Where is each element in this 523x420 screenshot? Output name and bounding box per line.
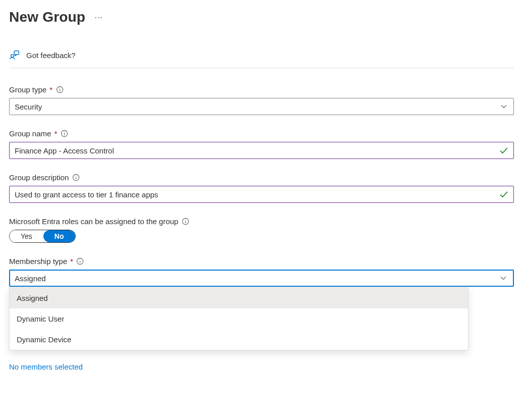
checkmark-icon	[499, 190, 508, 199]
no-members-link[interactable]: No members selected	[9, 362, 83, 371]
checkmark-icon	[499, 146, 508, 155]
svg-point-4	[60, 88, 60, 88]
svg-point-13	[185, 220, 186, 220]
feedback-bar[interactable]: Got feedback?	[9, 49, 514, 68]
page-title: New Group	[9, 9, 85, 25]
svg-rect-1	[14, 51, 19, 55]
roles-assignable-toggle[interactable]: Yes No	[9, 230, 76, 243]
group-type-label: Group type	[9, 85, 46, 94]
roles-assignable-label: Microsoft Entra roles can be assigned to…	[9, 217, 178, 226]
membership-type-label: Membership type	[9, 257, 67, 266]
required-indicator: *	[49, 85, 53, 94]
svg-point-7	[64, 132, 65, 132]
group-name-input[interactable]: Finance App - Access Control	[9, 142, 514, 159]
svg-point-16	[80, 259, 80, 260]
required-indicator: *	[54, 129, 57, 138]
required-indicator: *	[70, 257, 73, 266]
dropdown-option-assigned[interactable]: Assigned	[10, 288, 468, 308]
group-description-input[interactable]: Used to grant access to tier 1 finance a…	[9, 186, 514, 203]
membership-type-select[interactable]: Assigned	[9, 270, 514, 287]
dropdown-option-dynamic-device[interactable]: Dynamic Device	[10, 329, 468, 350]
svg-point-0	[11, 55, 14, 58]
group-description-label: Group description	[9, 173, 69, 182]
info-icon[interactable]	[72, 174, 80, 182]
group-type-value: Security	[15, 102, 42, 111]
group-name-value: Finance App - Access Control	[15, 146, 114, 155]
info-icon[interactable]	[56, 86, 64, 94]
dropdown-option-dynamic-user[interactable]: Dynamic User	[10, 308, 468, 329]
info-icon[interactable]	[181, 218, 189, 226]
toggle-no[interactable]: No	[43, 230, 75, 242]
svg-point-10	[76, 176, 76, 176]
info-icon[interactable]	[60, 130, 68, 138]
feedback-icon	[9, 49, 20, 61]
info-icon[interactable]	[76, 257, 84, 266]
membership-type-dropdown: Assigned Dynamic User Dynamic Device	[9, 287, 468, 350]
toggle-yes[interactable]: Yes	[10, 230, 43, 242]
group-name-label: Group name	[9, 129, 51, 138]
more-icon[interactable]: ⋯	[94, 13, 103, 22]
group-description-value: Used to grant access to tier 1 finance a…	[15, 190, 158, 199]
chevron-down-icon	[500, 103, 507, 110]
feedback-link[interactable]: Got feedback?	[26, 51, 76, 60]
membership-type-value: Assigned	[15, 274, 46, 283]
group-type-select[interactable]: Security	[9, 98, 514, 115]
chevron-down-icon	[500, 275, 507, 282]
